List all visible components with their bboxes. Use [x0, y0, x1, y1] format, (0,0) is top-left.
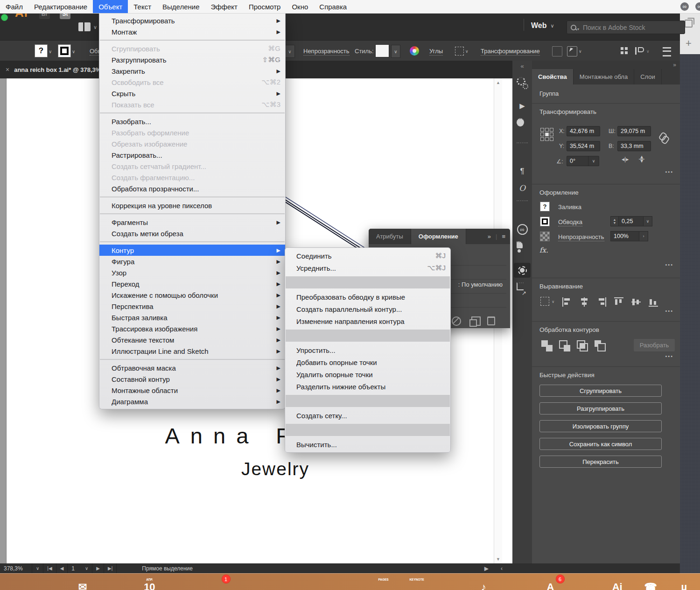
menu-item[interactable]: Создать фрагментацию... ▶ [99, 172, 285, 183]
more-options-icon[interactable]: ••• [665, 353, 673, 359]
dock-itunes[interactable]: ♪ [470, 576, 497, 590]
collapse-panels-icon[interactable]: « [520, 63, 524, 70]
duplicate-window-icon[interactable] [685, 20, 693, 28]
menu-item[interactable]: Обтекание текстом ▶ [99, 334, 285, 345]
dock-calendar[interactable]: АПР. 10 [136, 576, 162, 590]
constrain-proportions-icon[interactable] [660, 133, 668, 144]
submenu-item[interactable]: Разделить нижние объекты ▶ [285, 380, 450, 393]
dock-sysprefs[interactable] [571, 576, 597, 590]
dock-keynote[interactable]: KEYNOTE [404, 576, 430, 590]
dock-ibooks[interactable] [504, 576, 530, 590]
menu-list-icon[interactable] [663, 47, 671, 56]
stroke-swatch[interactable] [540, 217, 549, 226]
menu-item[interactable]: Монтажные области ▶ [99, 385, 285, 396]
menubar-item[interactable]: Справка [314, 0, 352, 13]
transform-label[interactable]: Трансформирование [481, 48, 540, 56]
submenu-item[interactable]: Упростить... ▶ [285, 344, 450, 356]
align-bottom-icon[interactable] [648, 297, 658, 307]
graphic-style-swatch[interactable] [376, 45, 389, 57]
pathfinder-intersect-icon[interactable] [577, 340, 588, 351]
quick-action-button[interactable]: Изолировать группу [539, 420, 662, 432]
menu-item[interactable]: Растрировать... ▶ [99, 149, 285, 161]
panel-expand-icon[interactable]: » [488, 233, 491, 240]
opacity-label[interactable]: Непрозрачность [303, 48, 350, 56]
new-tab-plus-icon[interactable]: + [686, 37, 692, 49]
fill-color-swatch[interactable]: ? [35, 45, 47, 57]
panel-menu-icon[interactable]: ≡ [502, 233, 505, 240]
actions-panel-icon[interactable] [514, 82, 531, 97]
submenu-item[interactable]: Вычистить... ▶ [285, 438, 450, 450]
trash-icon[interactable] [487, 316, 495, 325]
menubar-item[interactable]: Просмотр [243, 0, 287, 13]
style-chevron-icon[interactable]: ∨ [391, 45, 400, 58]
duplicate-item-icon[interactable] [471, 316, 481, 326]
next-artboard-icon[interactable]: ▶ [92, 563, 104, 573]
stroke-link-label[interactable]: Обводка [558, 218, 582, 226]
align-left-icon[interactable] [562, 297, 572, 307]
effects-fx-icon[interactable]: fx. [539, 246, 548, 254]
align-center-horizontal-icon[interactable] [579, 297, 589, 307]
isolate-selection-icon[interactable] [552, 46, 562, 56]
menu-item[interactable]: Быстрая заливка ▶ [99, 312, 285, 323]
opacity-arrow-icon[interactable]: › [639, 231, 648, 241]
menubar-item[interactable]: Редактирование [28, 0, 93, 13]
preferences-chevron-icon[interactable]: ∨ [646, 49, 650, 54]
document-info-icon[interactable] [514, 123, 531, 138]
dock-maps[interactable] [237, 576, 263, 590]
dock-messages[interactable] [303, 576, 329, 590]
pattern-options-icon[interactable] [514, 263, 531, 278]
menubar-item[interactable]: Текст [128, 0, 157, 13]
menubar-item[interactable]: Выделение [157, 0, 205, 13]
menu-item[interactable]: Показать все ⌥⌘3 ▶ [99, 99, 285, 110]
menu-item[interactable]: Фрагменты ▶ [99, 217, 285, 228]
opacity-value[interactable]: 100% [610, 231, 639, 241]
align-top-icon[interactable] [614, 297, 624, 307]
status-back-icon[interactable]: ‹ [501, 565, 503, 572]
opacity-swatch[interactable] [540, 232, 549, 241]
grid-options-icon[interactable] [621, 47, 628, 55]
menu-item[interactable]: Перспектива ▶ [99, 301, 285, 312]
stroke-stepper-icon[interactable]: ▲▼ [610, 216, 619, 226]
height-field[interactable]: 33,3 mm [617, 141, 651, 151]
menu-item[interactable]: Искажение с помощью оболочки ▶ [99, 289, 285, 301]
submenu-item[interactable]: Создать параллельный контур... ▶ [285, 303, 450, 315]
reference-point-locator[interactable] [540, 128, 553, 140]
submenu-item[interactable]: Удалить опорные точки ▶ [285, 368, 450, 380]
menu-item[interactable]: Коррекция на уровне пикселов ▶ [99, 200, 285, 211]
submenu-item[interactable]: Усреднить... ⌥⌘J ▶ [285, 262, 450, 274]
select-similar-icon[interactable] [567, 46, 577, 56]
pathfinder-unite-icon[interactable] [541, 340, 553, 351]
panel-tab[interactable]: Слои [634, 69, 662, 84]
clear-appearance-icon[interactable] [452, 316, 461, 326]
quick-action-button[interactable]: Разгруппировать [539, 402, 662, 414]
quick-action-button[interactable]: Сгруппировать [539, 385, 662, 397]
dock-safari[interactable] [36, 576, 63, 590]
bounding-box-icon[interactable] [455, 47, 464, 56]
menu-item[interactable]: Трассировка изображения ▶ [99, 323, 285, 334]
character-panel-icon[interactable] [514, 147, 531, 162]
stock-search-field[interactable]: ▾ [567, 21, 685, 34]
preferences-icon[interactable] [635, 47, 643, 55]
x-field[interactable]: 42,676 m [567, 126, 600, 136]
menu-item[interactable]: Закрепить ▶ [99, 65, 285, 77]
paragraph-panel-icon[interactable] [514, 164, 531, 179]
dock-appstore[interactable]: A 6 [538, 576, 564, 590]
menubar-item[interactable]: Объект [93, 0, 128, 13]
artboard-number-field[interactable]: 1 ∨ [68, 563, 92, 573]
menu-extra-icon[interactable]: ∞ [695, 2, 700, 11]
menu-item[interactable]: Переход ▶ [99, 278, 285, 289]
menubar-item[interactable]: Эффект [205, 0, 243, 13]
document-tab[interactable]: × anna reich box 1.ai* @ 378,3% [0, 61, 106, 78]
stroke-color-swatch[interactable] [58, 45, 70, 57]
menu-item[interactable]: Разобрать оформление ▶ [99, 127, 285, 138]
tab-close-icon[interactable]: × [6, 66, 9, 73]
menu-item[interactable]: Обрезать изображение ▶ [99, 138, 285, 149]
stroke-weight-value[interactable]: 0,25 [619, 216, 644, 226]
dock-whatsapp[interactable]: ☎ [637, 576, 664, 590]
menubar-item[interactable]: Окно [286, 0, 314, 13]
menu-item[interactable]: Иллюстрации Line and Sketch ▶ [99, 345, 285, 357]
prev-artboard-icon[interactable]: ◀ [56, 563, 68, 573]
submenu-item[interactable]: Добавить опорные точки ▶ [285, 356, 450, 368]
dock-notes[interactable] [170, 576, 196, 590]
menu-item[interactable]: Скрыть ▶ [99, 88, 285, 99]
